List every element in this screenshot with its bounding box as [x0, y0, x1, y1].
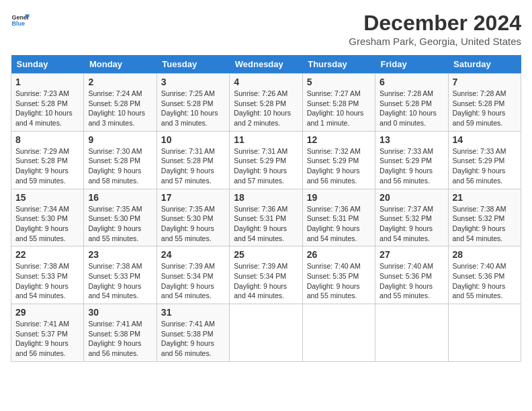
day-cell: 31 Sunrise: 7:41 AMSunset: 5:38 PMDaylig… — [157, 304, 229, 362]
day-info: Sunrise: 7:34 AMSunset: 5:30 PMDaylight:… — [15, 204, 79, 244]
day-number: 6 — [380, 77, 443, 87]
day-info: Sunrise: 7:25 AMSunset: 5:28 PMDaylight:… — [161, 89, 225, 128]
day-info: Sunrise: 7:37 AMSunset: 5:32 PMDaylight:… — [380, 204, 443, 244]
day-cell: 20 Sunrise: 7:37 AMSunset: 5:32 PMDaylig… — [375, 189, 448, 246]
day-cell: 24 Sunrise: 7:39 AMSunset: 5:34 PMDaylig… — [157, 246, 229, 304]
day-number: 12 — [307, 134, 371, 145]
day-info: Sunrise: 7:41 AMSunset: 5:38 PMDaylight:… — [161, 319, 225, 359]
day-number: 18 — [234, 192, 298, 203]
day-number: 4 — [234, 77, 298, 87]
day-number: 13 — [380, 134, 443, 145]
header-thursday: Thursday — [302, 55, 375, 74]
day-cell: 15 Sunrise: 7:34 AMSunset: 5:30 PMDaylig… — [11, 189, 84, 246]
day-number: 27 — [380, 249, 443, 260]
day-cell: 6 Sunrise: 7:28 AMSunset: 5:28 PMDayligh… — [375, 74, 448, 132]
day-number: 3 — [161, 77, 225, 87]
day-info: Sunrise: 7:28 AMSunset: 5:28 PMDaylight:… — [453, 89, 517, 128]
day-info: Sunrise: 7:32 AMSunset: 5:29 PMDaylight:… — [307, 146, 371, 186]
day-cell: 12 Sunrise: 7:32 AMSunset: 5:29 PMDaylig… — [302, 131, 375, 189]
day-info: Sunrise: 7:35 AMSunset: 5:30 PMDaylight:… — [161, 204, 225, 244]
day-cell: 1 Sunrise: 7:23 AMSunset: 5:28 PMDayligh… — [11, 74, 84, 132]
day-cell: 25 Sunrise: 7:39 AMSunset: 5:34 PMDaylig… — [230, 246, 302, 304]
day-info: Sunrise: 7:23 AMSunset: 5:28 PMDaylight:… — [15, 89, 79, 128]
day-cell: 3 Sunrise: 7:25 AMSunset: 5:28 PMDayligh… — [157, 74, 229, 132]
day-info: Sunrise: 7:28 AMSunset: 5:28 PMDaylight:… — [380, 89, 443, 128]
header-monday: Monday — [84, 55, 157, 74]
day-info: Sunrise: 7:35 AMSunset: 5:30 PMDaylight:… — [88, 204, 152, 244]
week-row-3: 15 Sunrise: 7:34 AMSunset: 5:30 PMDaylig… — [11, 189, 521, 246]
day-info: Sunrise: 7:38 AMSunset: 5:33 PMDaylight:… — [88, 261, 152, 301]
header-saturday: Saturday — [448, 55, 521, 74]
day-number: 14 — [453, 134, 517, 145]
logo: General Blue — [11, 11, 30, 30]
day-cell: 7 Sunrise: 7:28 AMSunset: 5:28 PMDayligh… — [448, 74, 521, 132]
week-row-4: 22 Sunrise: 7:38 AMSunset: 5:33 PMDaylig… — [11, 246, 521, 304]
day-number: 25 — [234, 249, 298, 260]
day-number: 22 — [15, 249, 79, 260]
svg-text:Blue: Blue — [11, 20, 25, 27]
day-number: 29 — [15, 307, 79, 318]
day-number: 23 — [88, 249, 152, 260]
day-info: Sunrise: 7:41 AMSunset: 5:37 PMDaylight:… — [15, 319, 79, 359]
header-tuesday: Tuesday — [157, 55, 229, 74]
day-cell: 9 Sunrise: 7:30 AMSunset: 5:28 PMDayligh… — [84, 131, 157, 189]
day-cell — [375, 304, 448, 362]
calendar-header-row: SundayMondayTuesdayWednesdayThursdayFrid… — [11, 55, 521, 74]
day-cell: 27 Sunrise: 7:40 AMSunset: 5:36 PMDaylig… — [375, 246, 448, 304]
day-cell: 26 Sunrise: 7:40 AMSunset: 5:35 PMDaylig… — [302, 246, 375, 304]
day-cell: 21 Sunrise: 7:38 AMSunset: 5:32 PMDaylig… — [448, 189, 521, 246]
day-info: Sunrise: 7:30 AMSunset: 5:28 PMDaylight:… — [88, 146, 152, 186]
day-info: Sunrise: 7:36 AMSunset: 5:31 PMDaylight:… — [234, 204, 298, 244]
day-number: 28 — [453, 249, 517, 260]
day-info: Sunrise: 7:40 AMSunset: 5:35 PMDaylight:… — [307, 261, 371, 301]
day-number: 1 — [15, 77, 79, 87]
day-number: 30 — [88, 307, 152, 318]
day-info: Sunrise: 7:31 AMSunset: 5:28 PMDaylight:… — [161, 146, 225, 186]
day-number: 24 — [161, 249, 225, 260]
day-number: 16 — [88, 192, 152, 203]
day-cell — [230, 304, 302, 362]
month-title: December 2024 — [349, 11, 521, 36]
day-cell: 22 Sunrise: 7:38 AMSunset: 5:33 PMDaylig… — [11, 246, 84, 304]
day-cell: 11 Sunrise: 7:31 AMSunset: 5:29 PMDaylig… — [230, 131, 302, 189]
day-cell: 14 Sunrise: 7:33 AMSunset: 5:29 PMDaylig… — [448, 131, 521, 189]
title-block: December 2024 Gresham Park, Georgia, Uni… — [349, 11, 521, 47]
day-info: Sunrise: 7:40 AMSunset: 5:36 PMDaylight:… — [453, 261, 517, 301]
page-header: General Blue December 2024 Gresham Park,… — [11, 11, 521, 47]
day-cell: 29 Sunrise: 7:41 AMSunset: 5:37 PMDaylig… — [11, 304, 84, 362]
header-friday: Friday — [375, 55, 448, 74]
day-number: 10 — [161, 134, 225, 145]
day-info: Sunrise: 7:39 AMSunset: 5:34 PMDaylight:… — [161, 261, 225, 301]
day-cell: 10 Sunrise: 7:31 AMSunset: 5:28 PMDaylig… — [157, 131, 229, 189]
day-cell: 23 Sunrise: 7:38 AMSunset: 5:33 PMDaylig… — [84, 246, 157, 304]
day-cell: 19 Sunrise: 7:36 AMSunset: 5:31 PMDaylig… — [302, 189, 375, 246]
day-cell: 17 Sunrise: 7:35 AMSunset: 5:30 PMDaylig… — [157, 189, 229, 246]
day-number: 19 — [307, 192, 371, 203]
calendar-table: SundayMondayTuesdayWednesdayThursdayFrid… — [11, 55, 521, 362]
day-info: Sunrise: 7:39 AMSunset: 5:34 PMDaylight:… — [234, 261, 298, 301]
day-info: Sunrise: 7:38 AMSunset: 5:33 PMDaylight:… — [15, 261, 79, 301]
day-cell: 13 Sunrise: 7:33 AMSunset: 5:29 PMDaylig… — [375, 131, 448, 189]
day-cell: 5 Sunrise: 7:27 AMSunset: 5:28 PMDayligh… — [302, 74, 375, 132]
location-subtitle: Gresham Park, Georgia, United States — [349, 36, 521, 47]
day-cell: 2 Sunrise: 7:24 AMSunset: 5:28 PMDayligh… — [84, 74, 157, 132]
day-info: Sunrise: 7:24 AMSunset: 5:28 PMDaylight:… — [88, 89, 152, 128]
day-info: Sunrise: 7:26 AMSunset: 5:28 PMDaylight:… — [234, 89, 298, 128]
day-cell: 18 Sunrise: 7:36 AMSunset: 5:31 PMDaylig… — [230, 189, 302, 246]
day-number: 8 — [15, 134, 79, 145]
day-info: Sunrise: 7:29 AMSunset: 5:28 PMDaylight:… — [15, 146, 79, 186]
day-info: Sunrise: 7:33 AMSunset: 5:29 PMDaylight:… — [453, 146, 517, 186]
day-number: 26 — [307, 249, 371, 260]
day-info: Sunrise: 7:33 AMSunset: 5:29 PMDaylight:… — [380, 146, 443, 186]
day-number: 11 — [234, 134, 298, 145]
day-cell: 16 Sunrise: 7:35 AMSunset: 5:30 PMDaylig… — [84, 189, 157, 246]
week-row-5: 29 Sunrise: 7:41 AMSunset: 5:37 PMDaylig… — [11, 304, 521, 362]
day-info: Sunrise: 7:40 AMSunset: 5:36 PMDaylight:… — [380, 261, 443, 301]
day-cell: 28 Sunrise: 7:40 AMSunset: 5:36 PMDaylig… — [448, 246, 521, 304]
day-number: 17 — [161, 192, 225, 203]
day-cell: 4 Sunrise: 7:26 AMSunset: 5:28 PMDayligh… — [230, 74, 302, 132]
logo-icon: General Blue — [11, 11, 30, 30]
day-number: 9 — [88, 134, 152, 145]
day-info: Sunrise: 7:27 AMSunset: 5:28 PMDaylight:… — [307, 89, 371, 128]
day-info: Sunrise: 7:38 AMSunset: 5:32 PMDaylight:… — [453, 204, 517, 244]
